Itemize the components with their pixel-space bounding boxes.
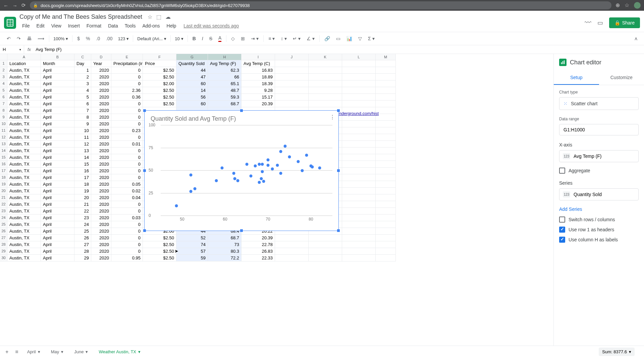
- cell[interactable]: [342, 80, 376, 87]
- add-sheet-button[interactable]: +: [3, 347, 11, 357]
- cell[interactable]: Austin, TX: [7, 235, 41, 241]
- last-edit[interactable]: Last edit was seconds ago: [183, 23, 239, 28]
- cell[interactable]: [342, 161, 376, 168]
- cell[interactable]: April: [41, 114, 74, 121]
- merge-button[interactable]: ⇥ ▾: [248, 34, 261, 43]
- cell[interactable]: [342, 188, 376, 194]
- cell[interactable]: [342, 181, 376, 188]
- name-box[interactable]: H▾: [0, 45, 24, 54]
- strike-button[interactable]: S: [207, 34, 215, 43]
- cell[interactable]: April: [41, 188, 74, 194]
- cell[interactable]: Austin, TX: [7, 114, 41, 121]
- cell[interactable]: 0: [111, 168, 143, 174]
- cell[interactable]: 72.2: [208, 255, 241, 261]
- cell[interactable]: 2020: [91, 181, 111, 188]
- cell[interactable]: Austin, TX: [7, 101, 41, 107]
- cell[interactable]: [309, 80, 342, 87]
- cell[interactable]: [376, 228, 396, 235]
- cell[interactable]: [342, 241, 376, 248]
- cell[interactable]: 22.78: [241, 241, 275, 248]
- cell[interactable]: April: [41, 181, 74, 188]
- cell[interactable]: 62.3: [208, 67, 241, 74]
- row-header[interactable]: 4: [0, 80, 7, 87]
- cell[interactable]: 0: [111, 80, 143, 87]
- col-header[interactable]: M: [376, 54, 396, 60]
- cell[interactable]: [309, 94, 342, 101]
- row-header[interactable]: 19: [0, 181, 7, 188]
- cell[interactable]: Austin, TX: [7, 194, 41, 201]
- currency-button[interactable]: $: [74, 34, 83, 43]
- chart-menu-icon[interactable]: ⋮: [330, 114, 335, 120]
- cell[interactable]: [342, 87, 376, 94]
- comment-button[interactable]: ▭: [333, 34, 343, 43]
- col-header[interactable]: B: [41, 54, 74, 60]
- cell[interactable]: 10: [74, 127, 91, 134]
- cell[interactable]: April: [41, 194, 74, 201]
- italic-button[interactable]: I: [199, 34, 206, 43]
- cell[interactable]: Austin, TX: [7, 87, 41, 94]
- zoom-icon[interactable]: ⊕: [615, 2, 620, 9]
- bold-button[interactable]: B: [190, 34, 199, 43]
- cell[interactable]: 0.23: [111, 127, 143, 134]
- chart-type-select[interactable]: ⁙ Scatter chart: [559, 97, 639, 110]
- cell[interactable]: April: [41, 215, 74, 221]
- redo-button[interactable]: ↷: [14, 34, 23, 43]
- cell[interactable]: $2.50: [143, 241, 176, 248]
- cell[interactable]: [309, 67, 342, 74]
- cell[interactable]: 1: [74, 67, 91, 74]
- cell[interactable]: Austin, TX: [7, 215, 41, 221]
- cell[interactable]: 80.3: [208, 248, 241, 255]
- cell[interactable]: [275, 74, 309, 80]
- cell[interactable]: 0.04: [111, 194, 143, 201]
- cell[interactable]: April: [41, 94, 74, 101]
- cell[interactable]: [376, 74, 396, 80]
- cell[interactable]: 2020: [91, 235, 111, 241]
- cell[interactable]: [275, 255, 309, 261]
- chart-object[interactable]: ⋮ Quantity Sold and Avg Temp (F) 0255075…: [144, 110, 339, 231]
- cell[interactable]: [309, 74, 342, 80]
- cell[interactable]: 6: [74, 101, 91, 107]
- menu-data[interactable]: Data: [105, 22, 121, 30]
- cell[interactable]: 73: [208, 241, 241, 248]
- cell[interactable]: 2020: [91, 147, 111, 154]
- percent-button[interactable]: %: [83, 34, 93, 43]
- cell[interactable]: 21: [74, 201, 91, 208]
- row-header[interactable]: 15: [0, 154, 7, 161]
- cell[interactable]: 0: [111, 248, 143, 255]
- cell[interactable]: April: [41, 134, 74, 141]
- cell[interactable]: 0: [111, 101, 143, 107]
- cell[interactable]: 23: [74, 215, 91, 221]
- cell[interactable]: [376, 194, 396, 201]
- move-icon[interactable]: ⬚: [156, 14, 161, 20]
- sheet-tab-weather[interactable]: Weather Austin, TX ▾: [94, 347, 145, 357]
- cell[interactable]: [376, 87, 396, 94]
- cell[interactable]: 2020: [91, 188, 111, 194]
- cell[interactable]: Avg Temp (F): [208, 60, 241, 67]
- borders-button[interactable]: ⊞: [238, 34, 248, 43]
- star-doc-icon[interactable]: ☆: [148, 14, 152, 20]
- cell[interactable]: [376, 174, 396, 181]
- explore-icon[interactable]: 〰: [585, 19, 591, 26]
- cell[interactable]: 15: [74, 161, 91, 168]
- cell[interactable]: [342, 127, 376, 134]
- row-header[interactable]: 28: [0, 241, 7, 248]
- cell[interactable]: [275, 101, 309, 107]
- cell[interactable]: Austin, TX: [7, 134, 41, 141]
- cell[interactable]: 29: [74, 255, 91, 261]
- cell[interactable]: 0.03: [111, 215, 143, 221]
- cell[interactable]: 0: [111, 134, 143, 141]
- col-header[interactable]: D: [91, 54, 111, 60]
- cell[interactable]: [376, 121, 396, 127]
- cell[interactable]: 68.7: [208, 101, 241, 107]
- cell[interactable]: 2020: [91, 107, 111, 114]
- aggregate-checkbox[interactable]: [559, 168, 565, 174]
- cell[interactable]: Austin, TX: [7, 94, 41, 101]
- cell[interactable]: [275, 248, 309, 255]
- cell[interactable]: $2.50: [143, 94, 176, 101]
- cell[interactable]: 2: [74, 74, 91, 80]
- cell[interactable]: April: [41, 67, 74, 74]
- cell[interactable]: $2.50: [143, 101, 176, 107]
- cell[interactable]: 2020: [91, 221, 111, 228]
- cell[interactable]: April: [41, 208, 74, 215]
- cell[interactable]: 68.7: [208, 235, 241, 241]
